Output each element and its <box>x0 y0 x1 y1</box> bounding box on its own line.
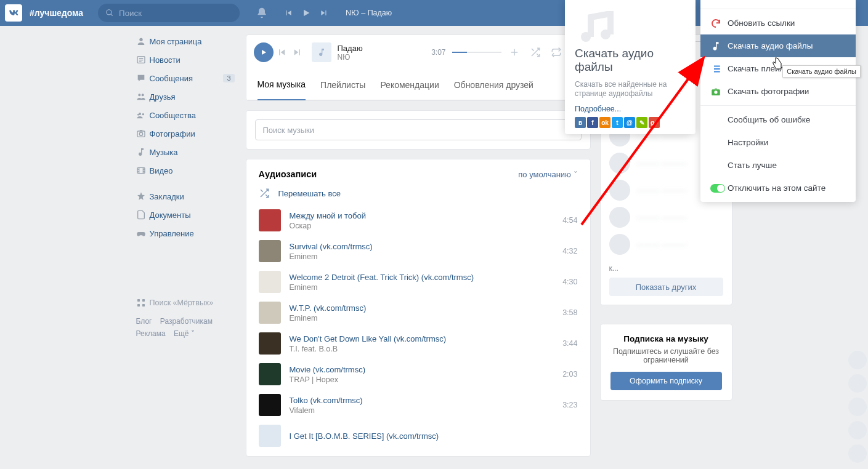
left-nav: Моя страницаНовостиСообщения3ДрузьяСообщ… <box>132 26 237 466</box>
mini-player-track[interactable]: NЮ – Падаю <box>346 9 392 17</box>
track-title: Tolko (vk.com/trmsc) <box>290 396 563 405</box>
track-row[interactable]: W.T.P. (vk.com/trmsc)Eminem3:58 <box>246 297 590 328</box>
svg-point-6 <box>142 113 144 115</box>
track-duration: 3:23 <box>562 401 577 409</box>
track-artist: NЮ <box>338 53 426 62</box>
ext-menu-item[interactable]: Стать лучше <box>700 154 856 177</box>
global-search[interactable] <box>98 4 240 22</box>
track-row[interactable]: Tolko (vk.com/trmsc)Vifalem3:23 <box>246 390 590 420</box>
nav-game[interactable]: Управление <box>132 224 237 243</box>
shuffle-icon[interactable] <box>530 47 541 58</box>
repeat-icon[interactable] <box>551 47 562 58</box>
prev-button[interactable] <box>277 47 286 57</box>
sort-dropdown[interactable]: по умолчанию ˅ <box>518 170 577 179</box>
ext-menu-item[interactable]: Скачать аудио файлы <box>700 34 856 57</box>
music-tabs: Моя музыка Плейлисты Рекомендации Обновл… <box>246 70 590 100</box>
svg-point-7 <box>137 114 139 116</box>
chat-icon <box>136 73 150 83</box>
avatar[interactable] <box>848 374 867 393</box>
music-icon <box>136 147 150 157</box>
nav-friends[interactable]: Друзья <box>132 87 237 106</box>
tab-recs[interactable]: Рекомендации <box>380 70 439 100</box>
next-icon[interactable] <box>320 9 328 17</box>
store-link[interactable]: Поиск «Мёртвых» <box>132 294 237 311</box>
news-icon <box>136 55 150 65</box>
photo-icon <box>136 129 150 138</box>
show-more-friends[interactable]: Показать других <box>609 278 723 296</box>
track-row[interactable]: Между мной и тобойОскар4:54 <box>246 205 590 236</box>
lj-share-icon[interactable]: ✎ <box>636 117 647 128</box>
footer-link[interactable]: Реклама <box>136 329 166 338</box>
friends-icon <box>136 92 150 102</box>
nav-video[interactable]: Видео <box>132 161 237 180</box>
footer-link[interactable]: Ещё ˅ <box>174 329 195 338</box>
footer-link[interactable]: Блог <box>136 317 152 326</box>
nav-group[interactable]: Сообщества <box>132 106 237 124</box>
audio-list-card: Аудиозаписи по умолчанию ˅ Перемешать вс… <box>246 159 591 457</box>
prev-icon[interactable] <box>284 9 293 17</box>
add-icon[interactable] <box>509 47 520 58</box>
track-row[interactable]: Movie (vk.com/trmsc)TRAP | Hopex2:03 <box>246 359 590 390</box>
toggle-icon[interactable] <box>710 184 725 193</box>
global-search-input[interactable] <box>119 9 232 18</box>
ok-share-icon[interactable]: ok <box>599 117 610 128</box>
play-icon[interactable] <box>301 8 311 18</box>
subs-title: Подписка на музыку <box>610 334 722 343</box>
bell-icon[interactable] <box>256 7 268 19</box>
nav-photo[interactable]: Фотографии <box>132 124 237 143</box>
avatar[interactable] <box>848 444 867 463</box>
nav-doc[interactable]: Документы <box>132 206 237 224</box>
fb-share-icon[interactable]: f <box>587 117 598 128</box>
track-title: Survival (vk.com/trmsc) <box>290 242 563 251</box>
track-row[interactable]: We Don't Get Down Like Yall (vk.com/trms… <box>246 328 590 359</box>
vk-share-icon[interactable]: в <box>575 117 586 128</box>
avatar[interactable] <box>848 351 867 369</box>
track-row[interactable]: Welcome 2 Detroit (Feat. Trick Trick) (v… <box>246 267 590 297</box>
music-file-icon <box>575 11 686 43</box>
track-artist: Eminem <box>290 283 563 292</box>
subscribe-button[interactable]: Оформить подписку <box>610 372 722 390</box>
badge: 3 <box>223 74 234 82</box>
nav-user[interactable]: Моя страница <box>132 32 237 50</box>
progress-bar[interactable] <box>452 52 501 53</box>
ext-more-link[interactable]: Подробнее... <box>575 105 686 113</box>
track-artist: Оскар <box>290 222 563 230</box>
ext-menu-item[interactable]: Отключить на этом сайте <box>700 177 856 199</box>
footer-links: Блог Разработчикам Реклама Ещё ˅ <box>132 311 237 343</box>
ext-menu-item[interactable]: Сообщить об ошибке <box>700 108 856 131</box>
vk-logo[interactable] <box>5 4 22 22</box>
tab-my-music[interactable]: Моя музыка <box>258 70 306 100</box>
track-title: I Get It [B.O.M.B. SERIES] (vk.com/trmsc… <box>290 431 578 441</box>
friend-row[interactable]: ——— ——— <box>601 204 732 231</box>
nav-star[interactable]: Закладки <box>132 187 237 206</box>
avatar[interactable] <box>848 421 867 439</box>
hashtag[interactable]: #лучшедома <box>30 8 83 18</box>
floating-avatars <box>848 351 867 463</box>
tab-playlists[interactable]: Плейлисты <box>320 70 365 100</box>
friend-row[interactable]: ——— ——— <box>601 231 732 258</box>
mail-share-icon[interactable]: @ <box>624 117 635 128</box>
track-title: Между мной и тобой <box>290 211 563 220</box>
footer-link[interactable]: Разработчикам <box>160 317 213 326</box>
ext-menu-item[interactable]: Настройки <box>700 131 856 154</box>
track-row[interactable]: Survival (vk.com/trmsc)Eminem4:32 <box>246 236 590 267</box>
next-button[interactable] <box>293 47 302 57</box>
gp-share-icon[interactable]: g+ <box>649 117 660 128</box>
ext-menu-item[interactable]: Скачать фотографии <box>700 80 856 103</box>
play-button[interactable] <box>254 42 274 62</box>
music-icon <box>710 41 728 52</box>
tab-friends-updates[interactable]: Обновления друзей <box>454 70 533 100</box>
shuffle-all[interactable]: Перемешать все <box>246 184 590 205</box>
tw-share-icon[interactable]: t <box>612 117 623 128</box>
nav-news[interactable]: Новости <box>132 50 237 69</box>
track-artist: TRAP | Hopex <box>290 375 563 384</box>
avatar <box>609 180 630 201</box>
avatar[interactable] <box>848 398 867 416</box>
track-art <box>259 240 281 262</box>
track-row[interactable]: I Get It [B.O.M.B. SERIES] (vk.com/trmsc… <box>246 420 590 451</box>
music-search-input[interactable] <box>255 119 582 140</box>
nav-chat[interactable]: Сообщения3 <box>132 69 237 87</box>
track-title: Welcome 2 Detroit (Feat. Trick Trick) (v… <box>290 273 563 282</box>
ext-menu-item[interactable]: Обновить ссылки <box>700 12 856 34</box>
nav-music[interactable]: Музыка <box>132 143 237 161</box>
